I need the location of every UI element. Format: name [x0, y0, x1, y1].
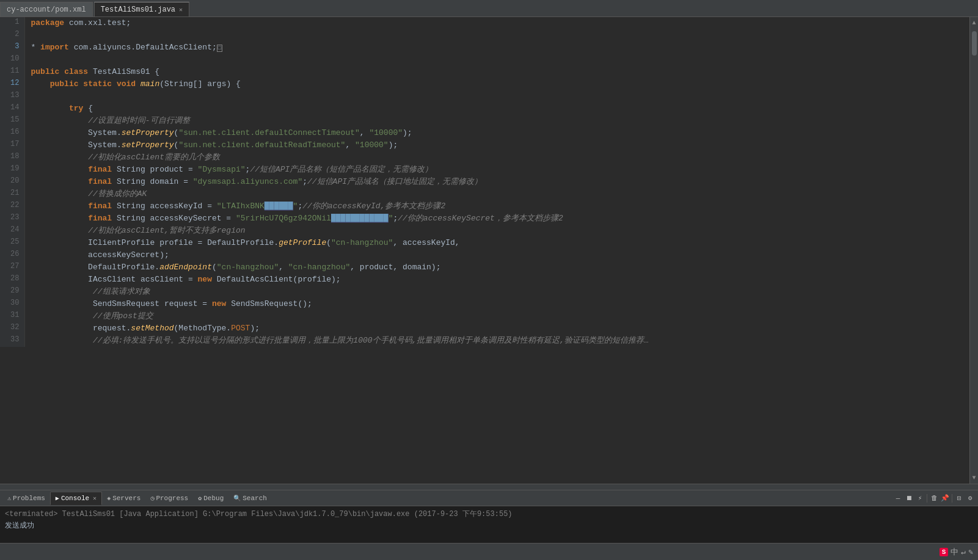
- code-line-content[interactable]: //设置超时时间-可自行调整: [24, 115, 969, 127]
- code-line-content[interactable]: * import com.aliyuncs.DefaultAcsClient;□: [24, 42, 969, 54]
- code-line-content[interactable]: request.setMethod(MethodType.POST);: [24, 322, 969, 335]
- line-number: 1: [0, 17, 24, 29]
- code-line-content[interactable]: package com.xxl.test;: [24, 17, 969, 29]
- bottom-panel: ⚠ Problems ▶ Console ✕ ◈ Servers ◷ Progr…: [0, 490, 978, 543]
- scroll-thumb[interactable]: [972, 31, 977, 56]
- code-line-content[interactable]: //组装请求对象: [24, 286, 969, 298]
- code-line-content[interactable]: //必填:待发送手机号。支持以逗号分隔的形式进行批量调用，批量上限为1000个手…: [24, 335, 969, 347]
- table-row: 1package com.xxl.test;: [0, 17, 969, 29]
- code-line-content[interactable]: SendSmsRequest request = new SendSmsRequ…: [24, 298, 969, 310]
- code-line-content[interactable]: [24, 29, 969, 42]
- bottom-tab-problems[interactable]: ⚠ Problems: [2, 492, 50, 505]
- code-line-content[interactable]: final String domain = "dysmsapi.aliyuncs…: [24, 176, 969, 188]
- code-line-content[interactable]: //替换成你的AK: [24, 188, 969, 200]
- code-line-content[interactable]: accessKeySecret);: [24, 249, 969, 261]
- tab-testalisms[interactable]: TestAliSms01.java ✕: [94, 2, 189, 16]
- bottom-tab-progress-label: Progress: [156, 495, 188, 502]
- bottom-tab-search[interactable]: 🔍 Search: [228, 492, 272, 505]
- table-row: 13: [0, 90, 969, 103]
- line-number: 32: [0, 322, 24, 335]
- status-bar: S 中 ↵ ✎: [0, 543, 978, 560]
- code-line-content[interactable]: public static void main(String[] args) {: [24, 78, 969, 90]
- line-number: 19: [0, 164, 24, 176]
- table-row: 3* import com.aliyuncs.DefaultAcsClient;…: [0, 42, 969, 54]
- debug-icon: ✿: [198, 495, 202, 502]
- table-row: 25 IClientProfile profile = DefaultProfi…: [0, 237, 969, 249]
- table-row: 33 //必填:待发送手机号。支持以逗号分隔的形式进行批量调用，批量上限为100…: [0, 335, 969, 347]
- tab-close-icon[interactable]: ✕: [179, 6, 183, 13]
- code-line-content[interactable]: //初始化ascClient,暂时不支持多region: [24, 225, 969, 237]
- tab-pom-xml[interactable]: cy-account/pom.xml: [0, 2, 93, 16]
- ime-edit-btn[interactable]: ✎: [968, 547, 973, 557]
- table-row: 14 try {: [0, 103, 969, 115]
- bottom-tab-problems-label: Problems: [13, 495, 45, 502]
- table-row: 31 //使用post提交: [0, 310, 969, 322]
- table-row: 19 final String product = "Dysmsapi";//短…: [0, 164, 969, 176]
- code-line-content[interactable]: try {: [24, 103, 969, 115]
- layout-btn[interactable]: ⊡: [954, 493, 965, 504]
- bottom-tab-debug[interactable]: ✿ Debug: [193, 492, 228, 505]
- code-line-content[interactable]: System.setProperty("sun.net.client.defau…: [24, 127, 969, 139]
- table-row: 27 DefaultProfile.addEndpoint("cn-hangzh…: [0, 261, 969, 274]
- line-number: 18: [0, 151, 24, 164]
- bottom-tab-progress[interactable]: ◷ Progress: [145, 492, 193, 505]
- code-line-content[interactable]: //初始化ascClient需要的几个参数: [24, 151, 969, 164]
- table-row: 21 //替换成你的AK: [0, 188, 969, 200]
- progress-icon: ◷: [150, 495, 154, 502]
- horizontal-scrollbar[interactable]: [0, 484, 978, 490]
- table-row: 12 public static void main(String[] args…: [0, 78, 969, 90]
- ime-enter-btn[interactable]: ↵: [961, 547, 966, 557]
- line-number: 30: [0, 298, 24, 310]
- code-line-content[interactable]: public class TestAliSms01 {: [24, 66, 969, 78]
- scroll-up-arrow[interactable]: ▲: [971, 18, 977, 27]
- table-row: 15 //设置超时时间-可自行调整: [0, 115, 969, 127]
- table-row: 2: [0, 29, 969, 42]
- code-line-content[interactable]: [24, 90, 969, 103]
- servers-icon: ◈: [107, 495, 111, 502]
- run-btn[interactable]: ⚡: [914, 493, 925, 504]
- bottom-tab-servers[interactable]: ◈ Servers: [102, 492, 145, 505]
- code-line-content[interactable]: //使用post提交: [24, 310, 969, 322]
- code-line-content[interactable]: System.setProperty("sun.net.client.defau…: [24, 139, 969, 151]
- tab-label-testalisms: TestAliSms01.java: [101, 5, 175, 14]
- table-row: 10: [0, 54, 969, 66]
- bottom-tab-bar: ⚠ Problems ▶ Console ✕ ◈ Servers ◷ Progr…: [0, 490, 978, 506]
- console-tab-close-icon[interactable]: ✕: [93, 495, 97, 502]
- line-number: 2: [0, 29, 24, 42]
- code-line-content[interactable]: final String accessKeySecret = "5rirHcU7…: [24, 213, 969, 225]
- code-line-content[interactable]: DefaultProfile.addEndpoint("cn-hangzhou"…: [24, 261, 969, 274]
- table-row: 18 //初始化ascClient需要的几个参数: [0, 151, 969, 164]
- code-line-content[interactable]: IClientProfile profile = DefaultProfile.…: [24, 237, 969, 249]
- line-number: 20: [0, 176, 24, 188]
- code-editor[interactable]: 1package com.xxl.test;23* import com.ali…: [0, 17, 969, 484]
- stop-btn[interactable]: ⏹: [903, 493, 914, 504]
- bottom-tab-console[interactable]: ▶ Console ✕: [50, 492, 102, 505]
- table-row: 26 accessKeySecret);: [0, 249, 969, 261]
- line-number: 13: [0, 90, 24, 103]
- code-line-content[interactable]: IAcsClient acsClient = new DefaultAcsCli…: [24, 274, 969, 286]
- line-number: 25: [0, 237, 24, 249]
- table-row: 17 System.setProperty("sun.net.client.de…: [0, 139, 969, 151]
- clear-btn[interactable]: 🗑: [929, 493, 940, 504]
- code-table: 1package com.xxl.test;23* import com.ali…: [0, 17, 969, 347]
- console-icon: ▶: [56, 495, 59, 502]
- scroll-down-arrow[interactable]: ▼: [971, 473, 977, 482]
- line-number: 24: [0, 225, 24, 237]
- code-line-content[interactable]: final String accessKeyId = "LTAIhxBNK███…: [24, 200, 969, 213]
- line-number: 27: [0, 261, 24, 274]
- table-row: 32 request.setMethod(MethodType.POST);: [0, 322, 969, 335]
- code-line-content[interactable]: [24, 54, 969, 66]
- pin-btn[interactable]: 📌: [940, 493, 951, 504]
- table-row: 20 final String domain = "dysmsapi.aliyu…: [0, 176, 969, 188]
- bottom-tab-debug-label: Debug: [203, 495, 224, 502]
- bottom-tab-console-label: Console: [61, 495, 89, 502]
- settings-btn[interactable]: ⚙: [965, 493, 976, 504]
- minimize-btn[interactable]: —: [892, 493, 903, 504]
- search-icon: 🔍: [233, 495, 241, 502]
- ime-chinese-btn[interactable]: 中: [951, 547, 958, 558]
- vertical-scrollbar[interactable]: ▲ ▼: [969, 17, 978, 484]
- code-line-content[interactable]: final String product = "Dysmsapi";//短信AP…: [24, 164, 969, 176]
- table-row: 29 //组装请求对象: [0, 286, 969, 298]
- line-number: 10: [0, 54, 24, 66]
- table-row: 30 SendSmsRequest request = new SendSmsR…: [0, 298, 969, 310]
